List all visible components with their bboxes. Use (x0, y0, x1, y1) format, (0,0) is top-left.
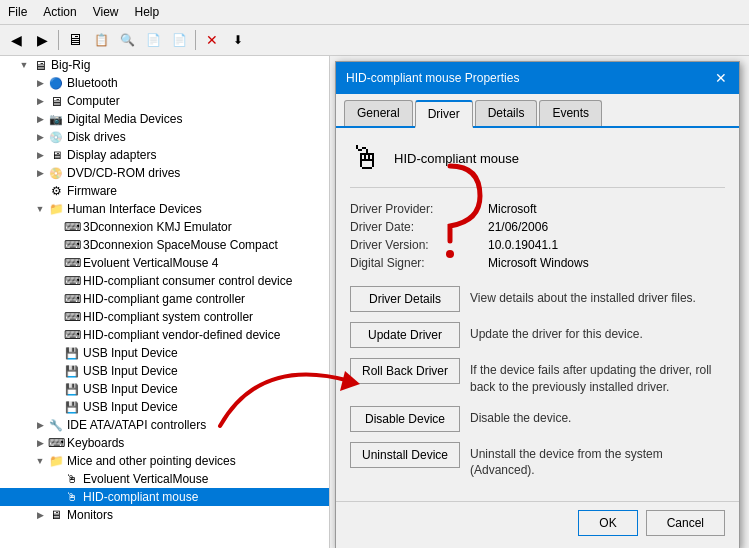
ok-button[interactable]: OK (578, 510, 637, 536)
tab-events[interactable]: Events (539, 100, 602, 126)
tree-label: HID-compliant mouse (83, 490, 198, 504)
expand-icon: ▶ (32, 420, 48, 430)
tree-label: USB Input Device (83, 346, 178, 360)
hid-icon (64, 327, 80, 343)
tree-item-usb-3[interactable]: USB Input Device (0, 380, 329, 398)
menu-file[interactable]: File (0, 2, 35, 22)
expand-icon: ▼ (16, 60, 32, 70)
menu-view[interactable]: View (85, 2, 127, 22)
disable-device-button[interactable]: Disable Device (350, 406, 460, 432)
tree-label: Firmware (67, 184, 117, 198)
prop-label-3: Digital Signer: (350, 256, 480, 270)
tree-label: Display adapters (67, 148, 156, 162)
tree-label: Human Interface Devices (67, 202, 202, 216)
tree-item-disk-drives[interactable]: ▶ Disk drives (0, 128, 329, 146)
tree-label: IDE ATA/ATAPI controllers (67, 418, 206, 432)
firmware-icon (48, 183, 64, 199)
display-icon (48, 147, 64, 163)
toolbar-btn4[interactable]: 📄 (141, 28, 165, 52)
tree-label: 3Dconnexion SpaceMouse Compact (83, 238, 278, 252)
tree-label: Bluetooth (67, 76, 118, 90)
tree-item-keyboards[interactable]: ▶ Keyboards (0, 434, 329, 452)
expand-icon: ▶ (32, 510, 48, 520)
prop-value-0: Microsoft (488, 202, 725, 216)
tree-label: USB Input Device (83, 364, 178, 378)
tree-item-evoluent4[interactable]: Evoluent VerticalMouse 4 (0, 254, 329, 272)
tree-item-big-rig[interactable]: ▼ Big-Rig (0, 56, 329, 74)
computer-icon (48, 93, 64, 109)
driver-details-button[interactable]: Driver Details (350, 286, 460, 312)
tree-item-usb-4[interactable]: USB Input Device (0, 398, 329, 416)
tab-driver[interactable]: Driver (415, 100, 473, 128)
update-driver-button[interactable]: Update Driver (350, 322, 460, 348)
usb-icon (64, 345, 80, 361)
tree-item-hid-vendor[interactable]: HID-compliant vendor-defined device (0, 326, 329, 344)
toolbar-btn2[interactable]: 📋 (89, 28, 113, 52)
ide-icon (48, 417, 64, 433)
menu-help[interactable]: Help (127, 2, 168, 22)
hid-icon (64, 255, 80, 271)
menubar: File Action View Help (0, 0, 749, 25)
dialog-body: 🖱 HID-compliant mouse Driver Provider: M… (336, 128, 739, 501)
expand-icon: ▶ (32, 78, 48, 88)
rollback-driver-desc: If the device fails after updating the d… (470, 358, 725, 396)
hid-icon (64, 309, 80, 325)
menu-action[interactable]: Action (35, 2, 84, 22)
dialog-close-button[interactable]: ✕ (711, 68, 731, 88)
tree-item-monitors[interactable]: ▶ Monitors (0, 506, 329, 524)
expand-icon: ▶ (32, 96, 48, 106)
tree-item-dvdcd[interactable]: ▶ DVD/CD-ROM drives (0, 164, 329, 182)
tree-item-display-adapters[interactable]: ▶ Display adapters (0, 146, 329, 164)
group-icon (48, 201, 64, 217)
tree-label: Disk drives (67, 130, 126, 144)
tree-item-3dspace[interactable]: 3Dconnexion SpaceMouse Compact (0, 236, 329, 254)
toolbar-remove[interactable]: ✕ (200, 28, 224, 52)
tree-label: HID-compliant system controller (83, 310, 253, 324)
tree-item-3dkmj[interactable]: 3Dconnexion KMJ Emulator (0, 218, 329, 236)
rollback-driver-button[interactable]: Roll Back Driver (350, 358, 460, 384)
expand-icon: ▶ (32, 168, 48, 178)
update-driver-desc: Update the driver for this device. (470, 322, 643, 343)
tab-details[interactable]: Details (475, 100, 538, 126)
mouse-icon (64, 489, 80, 505)
uninstall-device-button[interactable]: Uninstall Device (350, 442, 460, 468)
toolbar-back[interactable]: ◀ (4, 28, 28, 52)
tree-item-hid-system[interactable]: HID-compliant system controller (0, 308, 329, 326)
toolbar-forward[interactable]: ▶ (30, 28, 54, 52)
toolbar-btn5[interactable]: 📄 (167, 28, 191, 52)
tree-label: Evoluent VerticalMouse (83, 472, 208, 486)
tree-item-hid-mouse[interactable]: HID-compliant mouse (0, 488, 329, 506)
expand-icon: ▶ (32, 114, 48, 124)
toolbar-sep-2 (195, 30, 196, 50)
cancel-button[interactable]: Cancel (646, 510, 725, 536)
tree-label: Monitors (67, 508, 113, 522)
media-icon (48, 111, 64, 127)
tree-item-hid-game[interactable]: HID-compliant game controller (0, 290, 329, 308)
tree-item-digital-media[interactable]: ▶ Digital Media Devices (0, 110, 329, 128)
tree-label: HID-compliant game controller (83, 292, 245, 306)
hid-icon (64, 219, 80, 235)
mouse-icon (64, 471, 80, 487)
toolbar-btn3[interactable]: 🔍 (115, 28, 139, 52)
tree-label: Mice and other pointing devices (67, 454, 236, 468)
kb-icon (48, 435, 64, 451)
tree-item-usb-2[interactable]: USB Input Device (0, 362, 329, 380)
tree-item-hid-group[interactable]: ▼ Human Interface Devices (0, 200, 329, 218)
tree-item-mice-group[interactable]: ▼ Mice and other pointing devices (0, 452, 329, 470)
tab-general[interactable]: General (344, 100, 413, 126)
usb-icon (64, 381, 80, 397)
toolbar-scan[interactable]: ⬇ (226, 28, 250, 52)
tree-item-bluetooth[interactable]: ▶ Bluetooth (0, 74, 329, 92)
tree-item-ide[interactable]: ▶ IDE ATA/ATAPI controllers (0, 416, 329, 434)
tree-label: Keyboards (67, 436, 124, 450)
usb-icon (64, 363, 80, 379)
expand-icon: ▶ (32, 438, 48, 448)
tree-item-computer[interactable]: ▶ Computer (0, 92, 329, 110)
toolbar: ◀ ▶ 🖥 📋 🔍 📄 📄 ✕ ⬇ (0, 25, 749, 56)
tree-item-hid-consumer[interactable]: HID-compliant consumer control device (0, 272, 329, 290)
toolbar-sep-1 (58, 30, 59, 50)
tree-item-firmware[interactable]: Firmware (0, 182, 329, 200)
tree-item-usb-1[interactable]: USB Input Device (0, 344, 329, 362)
toolbar-devmgr[interactable]: 🖥 (63, 28, 87, 52)
tree-item-evoluent-mouse[interactable]: Evoluent VerticalMouse (0, 470, 329, 488)
